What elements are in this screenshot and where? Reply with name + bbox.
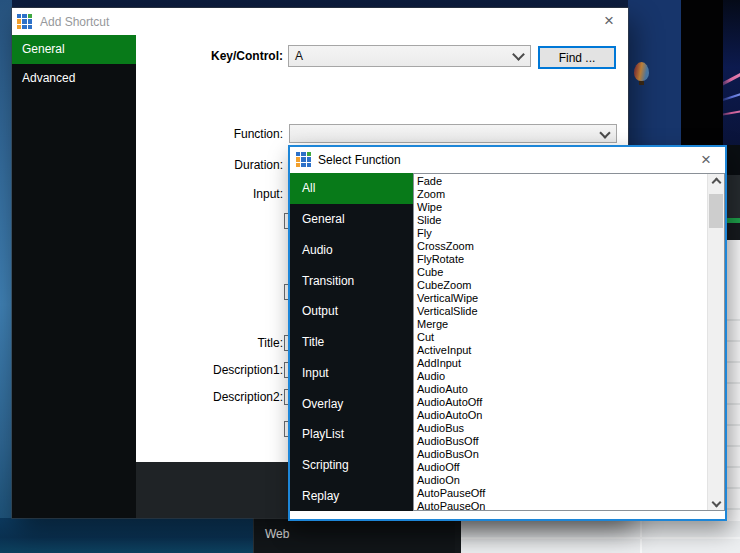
key-control-value: A — [295, 46, 303, 66]
function-combobox[interactable] — [289, 124, 617, 143]
select-function-dialog: Select Function × AllGeneralAudioTransit… — [288, 145, 727, 521]
function-audio[interactable]: Audio — [417, 370, 707, 383]
function-fly[interactable]: Fly — [417, 227, 707, 240]
category-overlay[interactable]: Overlay — [290, 388, 413, 419]
find-button[interactable]: Find ... — [538, 46, 616, 69]
category-general[interactable]: General — [290, 204, 413, 235]
wallpaper-black-stripe — [681, 0, 723, 150]
function-category-sidebar: AllGeneralAudioTransitionOutputTitleInpu… — [290, 173, 413, 511]
function-audiobus[interactable]: AudioBus — [417, 422, 707, 435]
web-label[interactable]: Web — [265, 527, 289, 541]
balloon-wallpaper-image — [634, 62, 649, 81]
chevron-down-icon — [599, 127, 610, 138]
background-list-rows — [727, 240, 740, 521]
input-label: Input: — [123, 187, 283, 201]
add-shortcut-titlebar[interactable]: Add Shortcut × — [12, 8, 628, 35]
function-activeinput[interactable]: ActiveInput — [417, 344, 707, 357]
background-window-edge — [727, 145, 740, 521]
scroll-up-icon[interactable] — [708, 174, 724, 190]
function-audiooff[interactable]: AudioOff — [417, 461, 707, 474]
function-label: Function: — [123, 127, 283, 141]
duration-label: Duration: — [123, 158, 283, 172]
function-audioon[interactable]: AudioOn — [417, 474, 707, 487]
wallpaper-left-strip — [0, 0, 12, 553]
scroll-down-icon[interactable] — [708, 494, 724, 510]
function-zoom[interactable]: Zoom — [417, 188, 707, 201]
function-listbox: FadeZoomWipeSlideFlyCrossZoomFlyRotateCu… — [413, 173, 725, 511]
function-autopauseoff[interactable]: AutoPauseOff — [417, 487, 707, 500]
fireworks-wallpaper-image — [723, 0, 740, 150]
row-divider — [461, 537, 740, 539]
function-fade[interactable]: Fade — [417, 175, 707, 188]
function-audioautooff[interactable]: AudioAutoOff — [417, 396, 707, 409]
function-cut[interactable]: Cut — [417, 331, 707, 344]
function-audioautoon[interactable]: AudioAutoOn — [417, 409, 707, 422]
function-flyrotate[interactable]: FlyRotate — [417, 253, 707, 266]
function-autopauseon[interactable]: AutoPauseOn — [417, 500, 707, 510]
firework-streak — [723, 72, 740, 88]
vmix-logo-icon — [296, 152, 311, 167]
category-all[interactable]: All — [290, 173, 413, 204]
category-scripting[interactable]: Scripting — [290, 450, 413, 481]
function-verticalslide[interactable]: VerticalSlide — [417, 305, 707, 318]
category-replay[interactable]: Replay — [290, 480, 413, 511]
category-transition[interactable]: Transition — [290, 265, 413, 296]
close-icon[interactable]: × — [694, 149, 718, 171]
firework-streak — [723, 110, 740, 116]
function-wipe[interactable]: Wipe — [417, 201, 707, 214]
function-audioauto[interactable]: AudioAuto — [417, 383, 707, 396]
web-footer-bar[interactable]: Web — [253, 518, 456, 553]
title-label: Title: — [123, 336, 283, 350]
scrollbar-thumb[interactable] — [709, 194, 723, 228]
function-verticalwipe[interactable]: VerticalWipe — [417, 292, 707, 305]
function-audiobusoff[interactable]: AudioBusOff — [417, 435, 707, 448]
background-list-panel — [455, 521, 740, 553]
add-shortcut-sidebar: GeneralAdvanced — [12, 35, 136, 518]
function-cube[interactable]: Cube — [417, 266, 707, 279]
select-function-titlebar[interactable]: Select Function × — [290, 147, 725, 173]
scrollbar[interactable] — [707, 174, 724, 510]
function-slide[interactable]: Slide — [417, 214, 707, 227]
category-title[interactable]: Title — [290, 327, 413, 358]
function-merge[interactable]: Merge — [417, 318, 707, 331]
key-control-combobox[interactable]: A — [288, 45, 531, 67]
chevron-down-icon — [512, 48, 525, 61]
dialog-title: Select Function — [318, 153, 401, 167]
vmix-logo-icon — [17, 14, 32, 29]
firework-streak — [723, 92, 740, 102]
description1-label: Description1: — [123, 363, 283, 377]
function-crosszoom[interactable]: CrossZoom — [417, 240, 707, 253]
dialog-title: Add Shortcut — [40, 15, 109, 29]
ocean-wallpaper — [0, 518, 255, 553]
category-playlist[interactable]: PlayList — [290, 419, 413, 450]
sidebar-tab-advanced[interactable]: Advanced — [12, 64, 136, 93]
category-input[interactable]: Input — [290, 357, 413, 388]
dialog-bottom-strip — [290, 511, 725, 519]
sidebar-tab-general[interactable]: General — [12, 35, 136, 64]
function-cubezoom[interactable]: CubeZoom — [417, 279, 707, 292]
function-audiobuson[interactable]: AudioBusOn — [417, 448, 707, 461]
desktop: Web Add Shortcut × GeneralAdvanced Key/C… — [0, 0, 740, 553]
category-audio[interactable]: Audio — [290, 234, 413, 265]
category-output[interactable]: Output — [290, 296, 413, 327]
description2-label: Description2: — [123, 390, 283, 404]
key-control-label: Key/Control: — [123, 49, 283, 63]
close-icon[interactable]: × — [597, 10, 621, 32]
function-list: FadeZoomWipeSlideFlyCrossZoomFlyRotateCu… — [414, 175, 707, 510]
function-addinput[interactable]: AddInput — [417, 357, 707, 370]
